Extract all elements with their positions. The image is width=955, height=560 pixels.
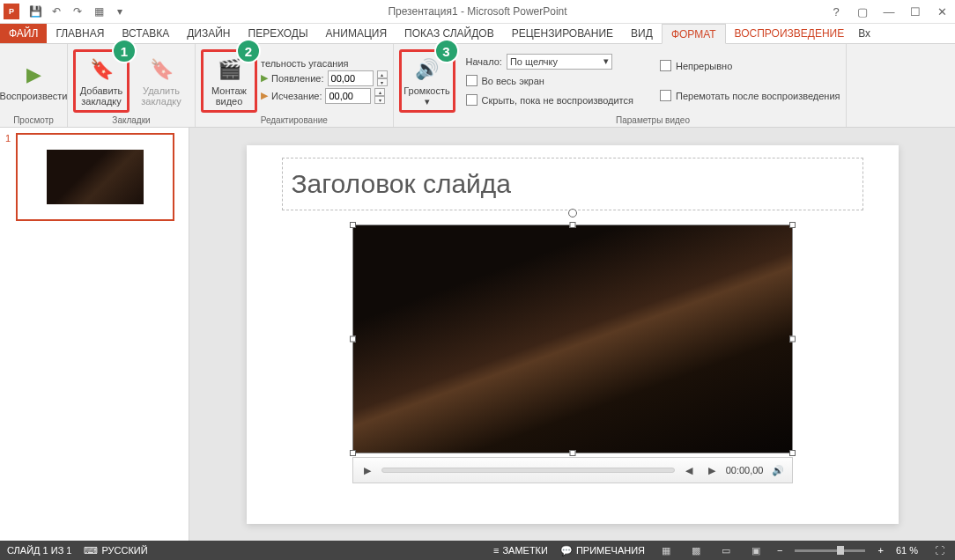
handle-nw[interactable] — [350, 222, 356, 228]
quick-access-toolbar: 💾 ↶ ↷ ▦ ▾ — [26, 3, 129, 20]
callout-1: 1 — [112, 39, 137, 63]
start-label: Начало: — [466, 56, 502, 67]
undo-icon[interactable]: ↶ — [48, 3, 65, 20]
bookmark-remove-icon: 🔖 — [147, 55, 175, 84]
rotate-handle[interactable] — [568, 209, 577, 217]
play-icon: ▶ — [19, 61, 48, 89]
start-select[interactable]: По щелчку▾ — [507, 54, 612, 70]
remove-bookmark-button: 🔖 Удалитьзакладку — [133, 49, 189, 113]
bookmark-add-icon: 🔖 — [87, 55, 115, 84]
ribbon-tabs: ФАЙЛ ГЛАВНАЯ ВСТАВКА ДИЗАЙН ПЕРЕХОДЫ АНИ… — [0, 24, 955, 44]
zoom-out-button[interactable]: − — [777, 545, 782, 556]
redo-icon[interactable]: ↷ — [69, 3, 86, 20]
maximize-icon[interactable]: ☐ — [902, 3, 929, 20]
tab-review[interactable]: РЕЦЕНЗИРОВАНИЕ — [503, 24, 622, 43]
status-bar: СЛАЙД 1 ИЗ 1 ⌨РУССКИЙ ≡ЗАМЕТКИ 💬ПРИМЕЧАН… — [0, 541, 955, 560]
title-placeholder[interactable]: Заголовок слайда — [282, 158, 863, 210]
ribbon-group-editing: 2 🎬 Монтажвидео тельность угасания ▶ Поя… — [196, 44, 394, 127]
vc-step-forward-icon[interactable]: ▶ — [703, 461, 721, 479]
slide-count: СЛАЙД 1 ИЗ 1 — [7, 545, 71, 556]
handle-n[interactable] — [569, 222, 575, 228]
vc-track[interactable] — [381, 468, 675, 473]
start-from-beginning-icon[interactable]: ▦ — [90, 3, 107, 20]
vc-step-back-icon[interactable]: ◀ — [680, 461, 698, 479]
zoom-thumb[interactable] — [837, 546, 844, 555]
loop-checkbox[interactable] — [660, 60, 671, 71]
ribbon-group-volume: 3 🔊 Громкость▾ — [394, 44, 461, 127]
tab-animation[interactable]: АНИМАЦИЯ — [317, 24, 396, 43]
tab-file[interactable]: ФАЙЛ — [0, 24, 47, 43]
tab-format[interactable]: ФОРМАТ — [662, 24, 726, 44]
slide-thumbnail[interactable] — [16, 133, 174, 221]
tab-overflow[interactable]: Вх — [853, 24, 876, 43]
qat-dropdown-icon[interactable]: ▾ — [111, 3, 129, 20]
group-label-video-options: Параметры видео — [616, 115, 690, 127]
hide-label: Скрыть, пока не воспроизводится — [482, 95, 633, 106]
vc-volume-icon[interactable]: 🔊 — [769, 461, 787, 479]
notes-button[interactable]: ≡ЗАМЕТКИ — [493, 545, 548, 556]
rewind-checkbox[interactable] — [660, 90, 671, 101]
zoom-level[interactable]: 61 % — [896, 545, 918, 556]
comments-button[interactable]: 💬ПРИМЕЧАНИЯ — [560, 545, 645, 556]
powerpoint-icon: P — [4, 4, 19, 19]
callout-3: 3 — [434, 39, 459, 63]
reading-view-icon[interactable]: ▭ — [717, 543, 735, 557]
ribbon-group-video-options: Начало: По щелчку▾ Во весь экран Скрыть,… — [461, 44, 847, 127]
vc-play-icon[interactable]: ▶ — [359, 461, 376, 479]
fade-in-input[interactable] — [328, 70, 374, 86]
close-icon[interactable]: ✕ — [929, 3, 955, 20]
sorter-view-icon[interactable]: ▩ — [687, 543, 705, 557]
normal-view-icon[interactable]: ▦ — [657, 543, 675, 557]
handle-sw[interactable] — [350, 450, 356, 456]
language-button[interactable]: ⌨РУССКИЙ — [84, 545, 147, 556]
video-object[interactable]: ▶ ◀ ▶ 00:00,00 🔊 — [352, 225, 793, 489]
fit-to-window-icon[interactable]: ⛶ — [930, 543, 948, 557]
handle-se[interactable] — [789, 450, 796, 456]
video-frame[interactable] — [352, 225, 793, 453]
zoom-slider[interactable] — [795, 549, 865, 552]
content-area: 1 Заголовок слайда — [0, 128, 955, 541]
fade-in-icon: ▶ — [261, 72, 268, 84]
window-controls: ? ▢ — ☐ ✕ — [823, 3, 955, 20]
video-controls: ▶ ◀ ▶ 00:00,00 🔊 — [352, 457, 793, 483]
thumb-number: 1 — [5, 133, 11, 221]
tab-view[interactable]: ВИД — [622, 24, 662, 43]
fade-out-up[interactable]: ▴ — [374, 88, 385, 96]
tab-home[interactable]: ГЛАВНАЯ — [47, 24, 113, 43]
window-title: Презентация1 - Microsoft PowerPoint — [388, 5, 566, 18]
ribbon-group-bookmarks: 1 🔖 Добавитьзакладку 🔖 Удалитьзакладку З… — [68, 44, 196, 127]
comments-icon: 💬 — [560, 545, 573, 556]
fullscreen-label: Во весь экран — [482, 76, 544, 86]
handle-e[interactable] — [789, 336, 796, 343]
hide-checkbox[interactable] — [466, 94, 478, 106]
tab-design[interactable]: ДИЗАЙН — [178, 24, 239, 43]
fade-out-input[interactable] — [325, 88, 371, 104]
slide-editor[interactable]: Заголовок слайда ▶ ◀ — [189, 128, 955, 541]
fade-in-label: Появление: — [271, 73, 324, 84]
group-label-editing: Редактирование — [261, 115, 328, 127]
notes-icon: ≡ — [493, 545, 499, 556]
help-icon[interactable]: ? — [823, 3, 849, 20]
fade-out-down[interactable]: ▾ — [374, 96, 385, 104]
fullscreen-checkbox[interactable] — [466, 75, 478, 86]
group-label-bookmarks: Закладки — [112, 115, 150, 127]
save-icon[interactable]: 💾 — [26, 3, 44, 20]
ribbon-options-icon[interactable]: ▢ — [849, 3, 876, 20]
fade-in-up[interactable]: ▴ — [377, 70, 388, 78]
tab-playback[interactable]: ВОСПРОИЗВЕДЕНИЕ — [726, 24, 854, 43]
slide-title-text: Заголовок слайда — [292, 169, 512, 199]
fade-in-down[interactable]: ▾ — [377, 78, 388, 86]
slideshow-view-icon[interactable]: ▣ — [747, 543, 765, 557]
handle-w[interactable] — [350, 336, 356, 343]
ribbon-group-preview: ▶ Воспроизвести Просмотр — [0, 44, 68, 127]
callout-2: 2 — [236, 39, 261, 63]
vc-time: 00:00,00 — [726, 465, 764, 475]
zoom-in-button[interactable]: + — [877, 545, 883, 556]
minimize-icon[interactable]: — — [876, 3, 902, 20]
ribbon: ▶ Воспроизвести Просмотр 1 🔖 Добавитьзак… — [0, 44, 955, 128]
group-label-preview: Просмотр — [13, 115, 54, 127]
loop-label: Непрерывно — [676, 61, 732, 71]
handle-s[interactable] — [569, 450, 575, 456]
play-button[interactable]: ▶ Воспроизвести — [5, 49, 62, 113]
handle-ne[interactable] — [789, 222, 796, 228]
